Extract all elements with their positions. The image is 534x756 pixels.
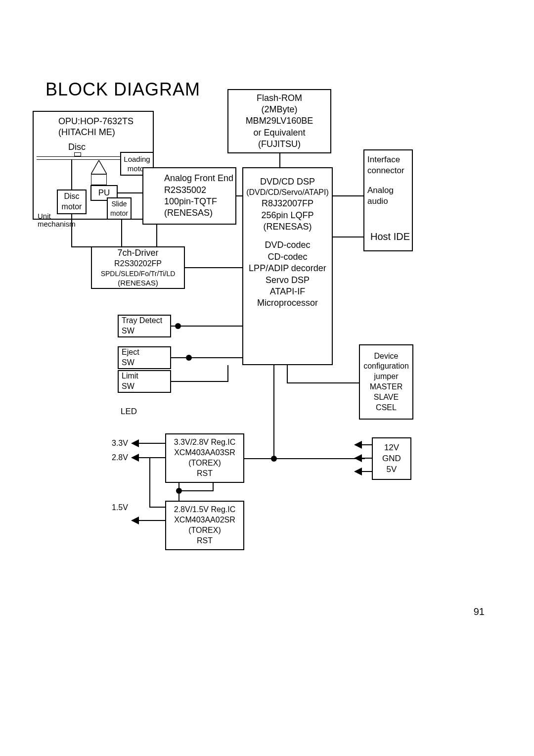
reg2-l2: XCM403AA02SR <box>174 515 235 525</box>
limit-l2: SW <box>122 381 134 392</box>
connector-line <box>287 382 360 383</box>
reg1-l4: RST <box>197 469 213 479</box>
dc-l1: Device <box>374 351 399 362</box>
iface-l2: connector <box>367 165 404 176</box>
dsp-l3: R8J32007FP <box>262 198 313 209</box>
afe-l4: (RENESAS) <box>164 207 213 219</box>
p5v: 5V <box>387 464 397 475</box>
reg2-l4: RST <box>197 536 213 546</box>
host-ide-label: Host IDE <box>370 230 410 243</box>
dc-l4: MASTER <box>370 382 403 392</box>
flash-rom-line5: (FUJITSU) <box>258 139 301 150</box>
reg2-l1: 2.8V/1.5V Reg.IC <box>174 505 236 515</box>
opu-label-line2: (HITACHI ME) <box>58 127 115 138</box>
arrow-left-icon <box>354 441 362 449</box>
connector-line <box>171 381 228 382</box>
limit-l1: Limit <box>122 371 138 381</box>
connector-line <box>279 153 280 167</box>
reg1-l2: XCM403AA03SR <box>174 448 235 458</box>
dsp-l5: (RENESAS) <box>263 221 312 233</box>
driver-l1: 7ch-Driver <box>117 247 158 259</box>
disc-label: Disc <box>68 142 86 153</box>
dsp-l9: Servo DSP <box>266 275 310 286</box>
led-label: LED <box>121 406 137 417</box>
arrow-left-icon <box>131 454 139 462</box>
connector-line <box>273 365 274 459</box>
connector-line <box>244 458 365 459</box>
analog-l1: Analog <box>367 185 394 196</box>
afe-l1: Analog Front End <box>164 173 233 184</box>
tray-detect-l2: SW <box>122 326 134 336</box>
connector-line <box>149 457 150 507</box>
dsp-l7: CD-codec <box>267 251 307 263</box>
dsp-l11: Microprocessor <box>257 297 318 309</box>
reg2-block: 2.8V/1.5V Reg.IC XCM403AA02SR (TOREX) RS… <box>165 501 244 550</box>
junction-dot <box>186 355 192 361</box>
dc-l6: CSEL <box>376 403 397 413</box>
eject-l2: SW <box>122 358 134 368</box>
dsp-l2: (DVD/CD/Servo/ATAPI) <box>246 188 329 198</box>
connector-line <box>178 490 213 491</box>
slide-motor-l1: Slide <box>111 199 127 208</box>
eject-block: Eject SW <box>118 346 171 369</box>
tray-detect-block: Tray Detect SW <box>118 315 171 337</box>
reg2-l3: (TOREX) <box>188 525 221 536</box>
connector-line <box>118 192 142 193</box>
dsp-l8: LPP/ADIP decorder <box>249 263 326 274</box>
flash-rom-line1: Flash-ROM <box>257 93 302 104</box>
dc-l2: configuration <box>363 361 409 372</box>
pu-housing <box>91 174 107 185</box>
connector-line <box>227 365 228 382</box>
connector-line <box>333 195 363 196</box>
connector-line <box>138 520 166 521</box>
connector-line <box>287 365 288 383</box>
dsp-l4: 256pin LQFP <box>261 210 313 221</box>
slide-motor-block: Slide motor <box>107 197 132 220</box>
v28-label: 2.8V <box>112 453 128 463</box>
disc-motor-block: Disc motor <box>57 189 87 214</box>
reg1-l1: 3.3V/2.8V Reg.IC <box>174 437 236 448</box>
connector-line <box>171 326 243 327</box>
connector-line <box>149 507 166 508</box>
connector-line <box>213 483 214 491</box>
unit-mech-l2: mechanism <box>38 219 76 229</box>
pu-text: PU <box>98 188 110 198</box>
v33-label: 3.3V <box>112 438 128 449</box>
arrow-left-icon <box>131 517 139 524</box>
tray-detect-l1: Tray Detect <box>122 316 162 326</box>
connector-line <box>185 267 243 268</box>
afe-l3: 100pin-TQTF <box>164 196 217 207</box>
flash-rom-line4: or Equivalent <box>253 127 305 139</box>
v15-label: 1.5V <box>112 503 128 513</box>
disc-motor-l1: Disc <box>64 191 79 202</box>
pgnd: GND <box>382 453 401 464</box>
slide-motor-l2: motor <box>110 209 128 218</box>
dsp-l6: DVD-codec <box>265 239 310 251</box>
analog-l2: audio <box>367 196 388 207</box>
power-block: 12V GND 5V <box>372 437 411 480</box>
connector-line <box>171 357 243 358</box>
p12v: 12V <box>384 442 399 453</box>
spindle-triangle <box>91 160 107 174</box>
connector-line <box>71 159 72 189</box>
connector-line <box>138 443 166 444</box>
reg1-block: 3.3V/2.8V Reg.IC XCM403AA03SR (TOREX) RS… <box>165 433 244 483</box>
arrow-left-icon <box>354 468 362 475</box>
connector-line <box>71 246 93 247</box>
reg1-l3: (TOREX) <box>188 458 221 469</box>
driver-l3: SPDL/SLED/Fo/Tr/Ti/LD <box>101 269 176 278</box>
connector-line <box>361 444 372 445</box>
svg-marker-0 <box>91 160 107 174</box>
driver-l4: (RENESAS) <box>118 278 158 288</box>
diagram-title: BLOCK DIAGRAM <box>45 79 200 100</box>
driver-l2: R2S30202FP <box>114 259 162 269</box>
loading-motor-l1: Loading <box>124 154 150 164</box>
junction-dot <box>175 323 181 329</box>
afe-block: Analog Front End R2S35002 100pin-TQTF (R… <box>142 167 236 225</box>
flash-rom-line3: MBM29LV160BE <box>246 115 313 127</box>
page-number: 91 <box>474 606 485 617</box>
arrow-left-icon <box>354 454 362 462</box>
dsp-block: DVD/CD DSP (DVD/CD/Servo/ATAPI) R8J32007… <box>242 167 333 365</box>
iface-l1: Interface <box>367 154 400 165</box>
connector-line <box>333 236 363 237</box>
